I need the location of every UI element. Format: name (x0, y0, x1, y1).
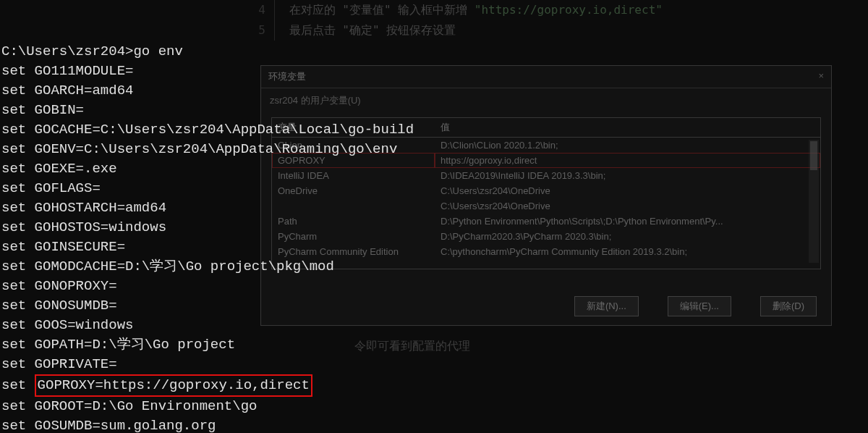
terminal-line: set GOCACHE=C:\Users\zsr204\AppData\Loca… (1, 120, 867, 140)
terminal-line: set GOFLAGS= (1, 179, 867, 198)
terminal-line: set GOARCH=amd64 (1, 81, 867, 101)
terminal-line: set GONOSUMDB= (1, 296, 867, 316)
goproxy-highlight: GOPROXY=https://goproxy.io,direct (35, 374, 312, 397)
terminal-line: set GOMODCACHE=D:\学习\Go project\pkg\mod (1, 257, 867, 277)
terminal-line: set GOSUMDB=sum.golang.org (1, 416, 867, 433)
terminal-line: set GOPATH=D:\学习\Go project (1, 335, 867, 355)
terminal-output: C:\Users\zsr204>go envset GO111MODULE=se… (0, 0, 868, 433)
terminal-line: set GOPRIVATE= (1, 355, 867, 374)
terminal-line: set GOBIN= (1, 101, 867, 120)
terminal-line: set GOHOSTARCH=amd64 (1, 198, 867, 218)
terminal-line: set GOINSECURE= (1, 237, 867, 257)
terminal-line: set GOHOSTOS=windows (1, 218, 867, 237)
terminal-line: set GOOS=windows (1, 316, 867, 335)
terminal-line-highlighted: set GOPROXY=https://goproxy.io,direct (1, 374, 867, 397)
terminal-line: set GO111MODULE= (1, 62, 867, 81)
terminal-prompt: C:\Users\zsr204>go env (1, 42, 867, 62)
terminal-line: set GOROOT=D:\Go Environment\go (1, 397, 867, 416)
terminal-line: set GONOPROXY= (1, 277, 867, 296)
terminal-line: set GOENV=C:\Users\zsr204\AppData\Roamin… (1, 140, 867, 159)
terminal-line: set GOEXE=.exe (1, 159, 867, 179)
